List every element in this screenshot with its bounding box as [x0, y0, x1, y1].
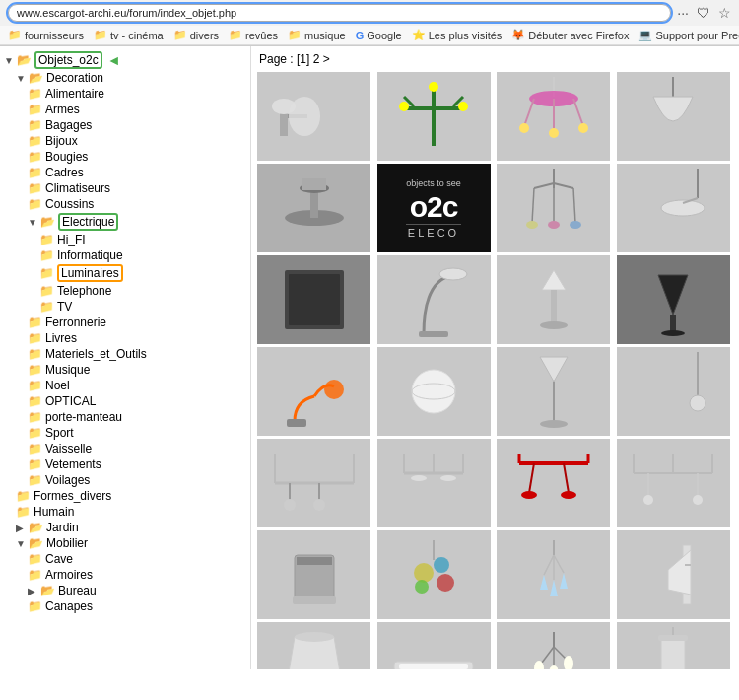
svg-point-17 [519, 123, 529, 133]
sidebar-label-voilages: Voilages [45, 473, 90, 487]
sidebar-item-bougies[interactable]: 📁 Bougies [0, 149, 250, 165]
gallery-item-28[interactable] [617, 622, 730, 669]
folder-icon: 📁 [28, 118, 42, 132]
sidebar-label-coussins: Coussins [45, 197, 94, 211]
sidebar-item-voilages[interactable]: 📁 Voilages [0, 472, 250, 488]
sidebar-item-alimentaire[interactable]: 📁 Alimentaire [0, 86, 250, 102]
sidebar-item-musique[interactable]: 📁 Musique [0, 362, 250, 378]
bookmark-firefox[interactable]: 🦊Débuter avec Firefox [511, 29, 629, 41]
sidebar-item-bijoux[interactable]: 📁 Bijoux [0, 133, 250, 149]
gallery-item-2[interactable] [377, 72, 491, 161]
gallery-item-15[interactable] [497, 347, 610, 436]
gallery-grid: objects to see o2c ELECO [257, 72, 733, 669]
sidebar-item-vetements[interactable]: 📁 Vetements [0, 456, 250, 472]
sidebar-item-informatique[interactable]: 📁 Informatique [0, 247, 250, 263]
gallery-item-17[interactable] [257, 439, 370, 527]
folder-open-icon: 📂 [29, 71, 43, 85]
gallery-item-16[interactable] [617, 347, 730, 436]
sidebar-item-sport[interactable]: 📁 Sport [0, 425, 250, 441]
svg-point-71 [521, 491, 537, 499]
folder-icon: 📁 [28, 150, 42, 164]
folder-icon: 📁 [28, 103, 42, 116]
sidebar-item-cave[interactable]: 📁 Cave [0, 551, 250, 567]
sidebar-item-bureau[interactable]: ▶ 📂 Bureau [0, 583, 250, 598]
gallery-item-6[interactable]: objects to see o2c ELECO [377, 164, 491, 252]
gallery-item-21[interactable] [257, 530, 370, 619]
sidebar-item-decoration[interactable]: ▼ 📂 Decoration [0, 70, 250, 86]
folder-icon: 📁 [39, 284, 54, 298]
svg-rect-109 [661, 637, 685, 669]
sidebar-item-telephone[interactable]: 📁 Telephone [0, 283, 250, 299]
sidebar-item-jardin[interactable]: ▶ 📂 Jardin [0, 520, 250, 535]
sidebar-item-formes_divers[interactable]: 📁 Formes_divers [0, 488, 250, 504]
address-bar: ··· 🛡 ☆ [0, 0, 739, 26]
sidebar-item-objets_o2c[interactable]: ▼ 📂 Objets_o2c ◄ [0, 50, 250, 70]
sidebar-item-porte-manteau[interactable]: 📁 porte-manteau [0, 409, 250, 425]
gallery-item-24[interactable] [617, 530, 730, 619]
gallery-item-8[interactable] [617, 164, 730, 252]
bookmark-visited[interactable]: ⭐Les plus visités [412, 29, 503, 41]
gallery-item-5[interactable] [257, 164, 370, 252]
sidebar-item-tv[interactable]: 📁 TV [0, 299, 250, 315]
svg-rect-110 [658, 635, 688, 641]
sidebar-item-armes[interactable]: 📁 Armes [0, 102, 250, 117]
sidebar-item-noel[interactable]: 📁 Noel [0, 378, 250, 393]
folder-icon: 📁 [28, 410, 42, 424]
gallery-item-20[interactable] [617, 439, 730, 527]
gallery-item-11[interactable] [497, 255, 610, 344]
gallery-item-14[interactable] [377, 347, 491, 436]
star-icon[interactable]: ☆ [718, 5, 731, 21]
gallery-item-25[interactable] [257, 622, 370, 669]
sidebar-item-materiels[interactable]: 📁 Materiels_et_Outils [0, 346, 250, 362]
sidebar-item-electrique[interactable]: ▼ 📂 Electrique [0, 212, 250, 232]
sidebar-item-livres[interactable]: 📁 Livres [0, 330, 250, 346]
gallery-item-1[interactable] [257, 72, 370, 161]
menu-icon[interactable]: ··· [677, 5, 689, 21]
gallery-item-13[interactable] [257, 347, 370, 436]
gallery-item-10[interactable] [377, 255, 491, 344]
sidebar-item-coussins[interactable]: 📁 Coussins [0, 196, 250, 212]
bookmark-tv[interactable]: 📁tv - cinéma [94, 29, 164, 41]
sidebar-item-vaisselle[interactable]: 📁 Vaisselle [0, 441, 250, 456]
svg-line-31 [573, 188, 575, 223]
gallery-item-22[interactable] [377, 530, 491, 619]
bookmark-fournisseurs[interactable]: 📁fournisseurs [8, 29, 84, 41]
sidebar-item-mobilier[interactable]: ▼ 📂 Mobilier [0, 535, 250, 551]
svg-point-89 [415, 580, 429, 594]
sidebar-item-humain[interactable]: 📁 Humain [0, 504, 250, 520]
bookmark-divers[interactable]: 📁divers [173, 29, 219, 41]
svg-line-29 [532, 188, 534, 223]
sidebar-label-tv: TV [57, 300, 72, 314]
gallery-item-4[interactable] [617, 72, 730, 161]
folder-icon: 📁 [28, 457, 42, 471]
folder-icon: 📁 [39, 266, 54, 280]
bookmark-support[interactable]: 💻Support pour Precisio... [638, 29, 739, 41]
gallery-item-3[interactable] [497, 72, 610, 161]
sidebar-item-canapes[interactable]: 📁 Canapes [0, 598, 250, 614]
gallery-item-12[interactable] [617, 255, 730, 344]
sidebar-item-bagages[interactable]: 📁 Bagages [0, 117, 250, 133]
sidebar-item-cadres[interactable]: 📁 Cadres [0, 165, 250, 180]
gallery-item-7[interactable] [497, 164, 610, 252]
folder-icon: 📁 [28, 473, 42, 487]
sidebar-item-optical[interactable]: 📁 OPTICAL [0, 393, 250, 409]
sidebar-label-materiels: Materiels_et_Outils [45, 347, 147, 361]
gallery-item-9[interactable] [257, 255, 370, 344]
sidebar-item-armoires[interactable]: 📁 Armoires [0, 567, 250, 583]
gallery-item-27[interactable] [497, 622, 610, 669]
bookmark-musique[interactable]: 📁musique [288, 29, 346, 41]
bookmark-revues[interactable]: 📁revûes [229, 29, 278, 41]
sidebar-item-climatiseurs[interactable]: 📁 Climatiseurs [0, 180, 250, 196]
svg-point-33 [548, 221, 560, 229]
sidebar-item-hi_fi[interactable]: 📁 Hi_FI [0, 232, 250, 247]
svg-point-53 [690, 395, 705, 411]
gallery-item-23[interactable] [497, 530, 610, 619]
sidebar-item-ferronnerie[interactable]: 📁 Ferronnerie [0, 315, 250, 330]
gallery-item-19[interactable] [497, 439, 610, 527]
gallery-item-26[interactable] [377, 622, 491, 669]
gallery-item-18[interactable] [377, 439, 491, 527]
bookmark-google[interactable]: GGoogle [356, 30, 402, 41]
url-input[interactable] [8, 4, 671, 22]
sidebar-item-luminaires[interactable]: 📁 Luminaires [0, 263, 250, 283]
gallery-area: Page : [1] 2 > [251, 46, 739, 669]
